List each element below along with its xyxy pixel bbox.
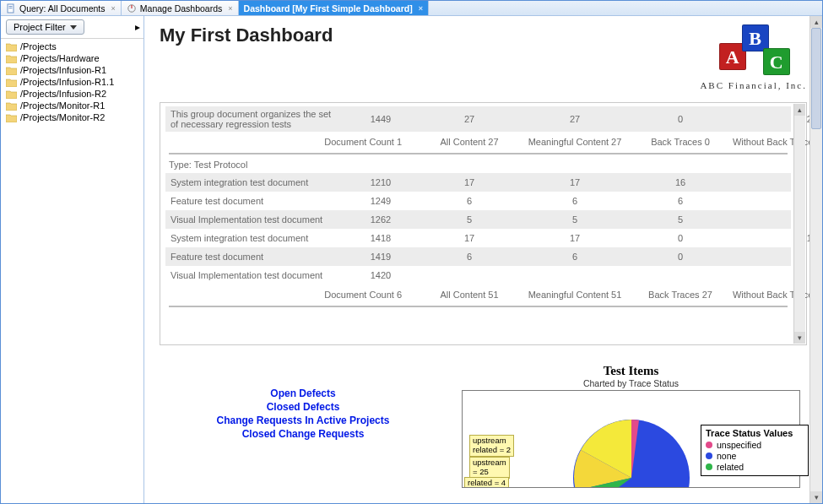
doc-count: Document Count 6 [165, 290, 419, 300]
group-desc: This group document organizes the set of… [165, 106, 343, 132]
cell-id: 1420 [343, 268, 419, 283]
table-row: Feature test document14196606 [165, 247, 791, 266]
report-body: This group document organizes the set of… [160, 103, 806, 319]
cell-all: 27 [419, 111, 520, 127]
folder-icon [6, 54, 17, 63]
cell-back [630, 273, 731, 278]
body: Project Filter ▸ /Projects/Projects/Hard… [1, 16, 822, 503]
close-icon[interactable]: × [419, 4, 423, 13]
project-filter-button[interactable]: Project Filter [6, 19, 84, 35]
cell-name: Feature test document [165, 193, 343, 209]
tab-dashboard-active[interactable]: Dashboard [My First Simple Dashboard] × [239, 1, 429, 15]
summary-row-2: Document Count 6 All Content 51 Meaningf… [165, 285, 791, 303]
scroll-up-icon[interactable]: ▴ [794, 104, 805, 116]
tab-bar: Query: All Documents × Manage Dashboards… [1, 1, 822, 16]
cell-wo-back: 0 [731, 212, 822, 227]
cell-meaningful: 17 [520, 230, 630, 246]
sidebar-item-label: /Projects/Monitor-R2 [20, 112, 105, 122]
group-row: This group document organizes the set of… [165, 106, 791, 132]
tab-label: Manage Dashboards [140, 3, 222, 14]
cell-meaningful: 5 [520, 212, 630, 227]
sidebar-item[interactable]: /Projects [4, 41, 140, 52]
section-type: Type: Test Protocol [169, 160, 791, 170]
close-icon[interactable]: × [228, 4, 232, 13]
project-filter-label: Project Filter [14, 22, 66, 32]
legend-item: none [706, 451, 804, 461]
cell-wo-back: 1 [731, 175, 822, 190]
callout-upstream: upstream = 25 [469, 457, 510, 479]
report-panel: This group document organizes the set of… [160, 102, 807, 345]
chart-title: Test Items [455, 364, 807, 378]
sum-wo-back: Without Back Traces 27 [731, 137, 822, 147]
page-title: My First Dashboard [160, 24, 333, 46]
doc-count: Document Count 1 [165, 137, 419, 147]
folder-icon [6, 42, 17, 51]
tab-query-all-documents[interactable]: Query: All Documents × [1, 1, 122, 15]
cell-back: 0 [630, 230, 731, 246]
expand-arrow-icon[interactable]: ▸ [135, 21, 140, 33]
table-row: Visual Implementation test document1420 [165, 266, 791, 285]
svg-rect-2 [9, 8, 13, 8]
document-icon [6, 3, 16, 14]
sidebar-item-label: /Projects/Hardware [20, 53, 100, 63]
cell-name: Visual Implementation test document [165, 268, 343, 283]
scroll-down-icon[interactable]: ▾ [794, 332, 805, 344]
table-row: Feature test document12496660 [165, 192, 791, 210]
divider [169, 153, 788, 154]
sidebar-item[interactable]: /Projects/Infusion-R1.1 [4, 76, 140, 88]
pie-chart-icon [568, 415, 695, 488]
folder-icon [6, 78, 17, 87]
table-row: Visual Implementation test document12625… [165, 210, 791, 229]
report-link[interactable]: Closed Change Requests [160, 428, 447, 440]
scroll-up-icon[interactable]: ▴ [810, 16, 822, 28]
cell-back: 0 [630, 111, 731, 127]
cell-id: 1419 [343, 249, 419, 264]
cell-id: 1249 [343, 193, 419, 209]
main-scrollbar[interactable]: ▴ ▾ [809, 16, 822, 503]
cell-all [419, 273, 520, 278]
sidebar-item[interactable]: /Projects/Infusion-R1 [4, 64, 140, 76]
cell-meaningful: 6 [520, 193, 630, 209]
legend-title: Trace Status Values [706, 428, 804, 438]
dashboard-header: My First Dashboard A B C ABC Financial, … [160, 24, 807, 90]
cell-wo-back [731, 273, 822, 278]
app-window: Query: All Documents × Manage Dashboards… [0, 0, 823, 504]
sidebar-item[interactable]: /Projects/Monitor-R1 [4, 100, 140, 111]
legend-dot-icon [706, 453, 712, 459]
panel-scrollbar[interactable]: ▴ ▾ [793, 104, 805, 344]
cell-all: 17 [419, 175, 520, 190]
sidebar-item-label: /Projects/Monitor-R1 [20, 100, 105, 111]
cell-wo-back: 27 [731, 111, 822, 127]
table-row: System integration test document14181717… [165, 229, 791, 247]
sum-all: All Content 51 [419, 290, 520, 300]
legend-item: unspecified [706, 440, 804, 450]
logo-caption: ABC Financial, Inc. [700, 80, 807, 90]
cell-name: System integration test document [165, 175, 343, 190]
folder-icon [6, 66, 17, 75]
tab-manage-dashboards[interactable]: Manage Dashboards × [122, 1, 239, 15]
folder-icon [6, 113, 17, 122]
sidebar: Project Filter ▸ /Projects/Projects/Hard… [1, 16, 144, 503]
sum-back: Back Traces 0 [630, 137, 731, 147]
chevron-down-icon [70, 25, 77, 30]
cell-wo-back: 17 [731, 230, 822, 246]
cell-meaningful [520, 273, 630, 278]
close-icon[interactable]: × [111, 4, 116, 13]
report-link[interactable]: Change Requests In Active Projects [160, 415, 447, 426]
cell-back: 5 [630, 212, 731, 227]
sidebar-item[interactable]: /Projects/Hardware [4, 52, 140, 64]
cell-all: 17 [419, 230, 520, 246]
chart-area: Test Items Charted by Trace Status upstr… [455, 364, 807, 488]
scroll-down-icon[interactable]: ▾ [810, 491, 822, 503]
sidebar-item[interactable]: /Projects/Monitor-R2 [4, 111, 140, 123]
svg-rect-1 [9, 6, 13, 7]
scroll-thumb[interactable] [811, 28, 821, 129]
cell-meaningful: 27 [520, 111, 630, 127]
tab-label: Dashboard [My First Simple Dashboard] [244, 3, 413, 14]
sidebar-item-label: /Projects/Infusion-R2 [20, 89, 106, 99]
report-link[interactable]: Closed Defects [160, 401, 447, 413]
sidebar-item[interactable]: /Projects/Infusion-R2 [4, 88, 140, 100]
report-link[interactable]: Open Defects [160, 387, 447, 399]
sum-back: Back Traces 27 [630, 290, 731, 300]
cell-name: Feature test document [165, 249, 343, 264]
